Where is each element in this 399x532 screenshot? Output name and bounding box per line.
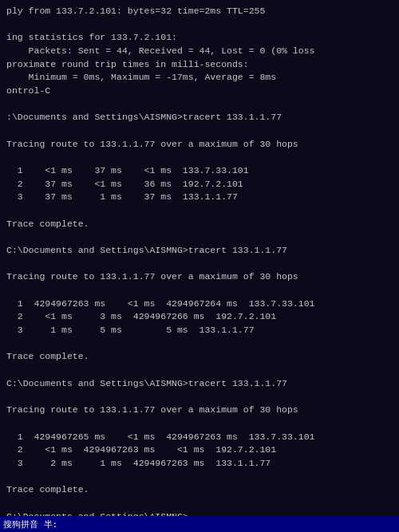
terminal-line <box>6 471 393 484</box>
terminal-line <box>6 151 393 164</box>
terminal-line: 3 37 ms 1 ms 37 ms 133.1.1.77 <box>6 191 393 204</box>
terminal-line: 2 <1 ms 4294967263 ms <1 ms 192.7.2.101 <box>6 443 393 457</box>
terminal-screen[interactable]: ply from 133.7.2.101: bytes=32 time=2ms … <box>0 0 399 532</box>
terminal-output: ply from 133.7.2.101: bytes=32 time=2ms … <box>6 5 393 523</box>
terminal-line: Tracing route to 133.1.1.77 over a maxim… <box>6 404 393 417</box>
terminal-line: Trace complete. <box>6 483 393 497</box>
terminal-line: Trace complete. <box>6 218 393 231</box>
terminal-line: ing statistics for 133.7.2.101: <box>6 31 393 45</box>
terminal-line <box>6 337 393 351</box>
terminal-line: 3 1 ms 5 ms 5 ms 133.1.1.77 <box>6 324 393 337</box>
terminal-line <box>6 18 393 32</box>
terminal-line: Tracing route to 133.1.1.77 over a maxim… <box>6 270 393 284</box>
terminal-line: proximate round trip times in milli-seco… <box>6 58 393 72</box>
terminal-line: 1 4294967263 ms <1 ms 4294967264 ms 133.… <box>6 298 393 311</box>
terminal-line <box>6 417 393 431</box>
terminal-line: 1 4294967265 ms <1 ms 4294967263 ms 133.… <box>6 431 393 444</box>
terminal-line <box>6 204 393 218</box>
terminal-line <box>6 497 393 510</box>
terminal-line <box>6 258 393 271</box>
bottom-bar: 搜狗拼音 半: <box>0 516 399 532</box>
terminal-line: 2 37 ms <1 ms 36 ms 192.7.2.101 <box>6 178 393 191</box>
terminal-line: 3 2 ms 1 ms 4294967263 ms 133.1.1.77 <box>6 457 393 471</box>
terminal-line: C:\Documents and Settings\AISMNG>tracert… <box>6 377 393 391</box>
terminal-line: ontrol-C <box>6 85 393 98</box>
ime-status: 搜狗拼音 半: <box>3 518 57 530</box>
terminal-line: 1 <1 ms 37 ms <1 ms 133.7.33.101 <box>6 164 393 178</box>
terminal-line: :\Documents and Settings\AISMNG>tracert … <box>6 111 393 124</box>
terminal-line: Tracing route to 133.1.1.77 over a maxim… <box>6 138 393 152</box>
terminal-wrapper: ply from 133.7.2.101: bytes=32 time=2ms … <box>0 0 399 532</box>
terminal-line: ply from 133.7.2.101: bytes=32 time=2ms … <box>6 5 393 18</box>
terminal-line: C:\Documents and Settings\AISMNG>tracert… <box>6 244 393 258</box>
terminal-line <box>6 390 393 404</box>
terminal-line <box>6 284 393 298</box>
terminal-line: 2 <1 ms 3 ms 4294967266 ms 192.7.2.101 <box>6 310 393 324</box>
terminal-line: Trace complete. <box>6 350 393 364</box>
terminal-line <box>6 364 393 377</box>
terminal-line <box>6 231 393 244</box>
terminal-line: Minimum = 0ms, Maximum = -17ms, Average … <box>6 71 393 85</box>
terminal-line <box>6 124 393 138</box>
terminal-line <box>6 98 393 112</box>
terminal-line: Packets: Sent = 44, Received = 44, Lost … <box>6 45 393 58</box>
